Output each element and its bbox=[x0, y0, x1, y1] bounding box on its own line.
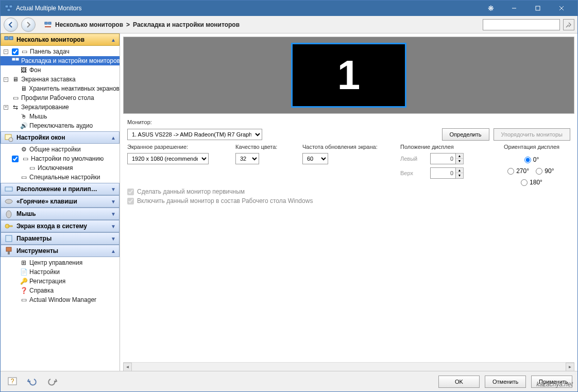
svg-rect-12 bbox=[16, 58, 19, 60]
audio-icon: 🔊 bbox=[20, 122, 27, 129]
breadcrumb-part1[interactable]: Несколько мониторов bbox=[55, 21, 123, 28]
chevron-down-icon: ▼ bbox=[111, 236, 116, 242]
window-settings-icon bbox=[4, 133, 13, 142]
monitor-preview[interactable]: 1 bbox=[123, 37, 574, 114]
svg-rect-10 bbox=[9, 37, 13, 40]
redo-button[interactable] bbox=[45, 374, 59, 389]
help-wizard-button[interactable]: ? bbox=[6, 374, 20, 389]
defaults-check[interactable] bbox=[12, 156, 19, 162]
scroll-right-button[interactable]: ► bbox=[566, 363, 574, 371]
sidebar-header-logon[interactable]: Экран входа в систему▼ bbox=[1, 220, 120, 232]
chevron-up-icon: ▲ bbox=[111, 37, 116, 43]
tools-icon bbox=[4, 246, 13, 255]
tree-item-awm[interactable]: ▭Actual Window Manager bbox=[1, 295, 120, 304]
sidebar-header-hotkeys[interactable]: «Горячие» клавиши▼ bbox=[1, 195, 120, 208]
titlebar: Actual Multiple Monitors ❋ bbox=[1, 1, 577, 16]
cc-icon: ⊞ bbox=[20, 259, 27, 266]
close-button[interactable] bbox=[550, 1, 573, 16]
svg-text:?: ? bbox=[11, 378, 14, 385]
apply-button[interactable]: Применить bbox=[531, 376, 572, 388]
tree-item-registration[interactable]: 🔑Регистрация bbox=[1, 277, 120, 286]
sidebar-header-tools[interactable]: Инструменты▲ bbox=[1, 245, 120, 257]
sidebar-header-window-settings[interactable]: Настройки окон ▲ bbox=[1, 131, 120, 144]
tree-item-mouse[interactable]: 🖱Мышь bbox=[1, 112, 120, 121]
taskbar-icon: ▭ bbox=[21, 48, 28, 55]
nav-forward-button[interactable] bbox=[21, 18, 36, 32]
scroll-left-button[interactable]: ◄ bbox=[123, 363, 132, 371]
tree-item-profiles[interactable]: ▭Профили Рабочего стола bbox=[1, 93, 120, 103]
arrange-button: Упорядочить мониторы bbox=[494, 128, 570, 141]
monitors-icon bbox=[4, 35, 13, 44]
orientation-label: Ориентация дисплея bbox=[504, 144, 559, 150]
orient-0[interactable]: 0° bbox=[524, 156, 539, 163]
resolution-select[interactable]: 1920 x 1080 (recommended) bbox=[127, 153, 209, 164]
sidebar-header-options[interactable]: Параметры▼ bbox=[1, 232, 120, 245]
hotkey-icon bbox=[4, 197, 13, 206]
svg-rect-15 bbox=[5, 187, 12, 191]
pos-top-spinner[interactable]: ▲▼ bbox=[430, 167, 464, 179]
tree-item-exclusions[interactable]: ▭Исключения bbox=[1, 163, 120, 173]
chk-primary: Сделать данный монитор первичным bbox=[127, 188, 570, 195]
sidebar-header-mouse[interactable]: Мышь▼ bbox=[1, 208, 120, 220]
tree-item-layout[interactable]: Раскладка и настройки мониторов bbox=[1, 56, 120, 65]
monitor-1[interactable]: 1 bbox=[291, 43, 406, 108]
minimize-button[interactable] bbox=[502, 1, 526, 16]
svg-rect-0 bbox=[5, 5, 8, 8]
chevron-down-icon: ▼ bbox=[111, 224, 116, 229]
star-icon[interactable]: ❋ bbox=[488, 4, 494, 12]
profiles-icon: ▭ bbox=[12, 94, 19, 101]
tree-item-general[interactable]: ⚙Общие настройки bbox=[1, 145, 120, 154]
sidebar-header-snap[interactable]: Расположение и прилип…▼ bbox=[1, 183, 120, 195]
pos-left-spinner[interactable]: ▲▼ bbox=[430, 153, 464, 164]
tree-item-audio[interactable]: 🔊Переключатель аудио bbox=[1, 121, 120, 130]
pos-left-label: Левый bbox=[400, 156, 426, 162]
monitor-number: 1 bbox=[337, 52, 361, 99]
content: 1 Монитор: 1. ASUS VS228 -> AMD Radeon(T… bbox=[120, 33, 577, 371]
maximize-button[interactable] bbox=[526, 1, 550, 16]
window-controls bbox=[502, 1, 573, 16]
orient-180[interactable]: 180° bbox=[521, 179, 542, 186]
taskbar-check[interactable] bbox=[12, 48, 19, 55]
refresh-select[interactable]: 60 bbox=[302, 153, 328, 164]
monitor-select[interactable]: 1. ASUS VS228 -> AMD Radeon(TM) R7 Graph… bbox=[127, 129, 262, 140]
svg-rect-19 bbox=[9, 226, 12, 227]
reg-icon: 🔑 bbox=[20, 278, 27, 285]
tree-item-settings[interactable]: 📄Настройки bbox=[1, 267, 120, 277]
tree-item-taskbar[interactable]: −▭Панель задач bbox=[1, 47, 120, 56]
breadcrumb: Несколько мониторов > Раскладка и настро… bbox=[39, 21, 480, 29]
tree-item-defaults[interactable]: ▭Настройки по умолчанию bbox=[1, 154, 120, 163]
svg-rect-9 bbox=[5, 37, 8, 40]
svg-rect-4 bbox=[536, 6, 540, 10]
chevron-down-icon: ▼ bbox=[111, 199, 116, 204]
key-icon bbox=[4, 221, 13, 231]
svg-point-17 bbox=[6, 211, 11, 218]
tree-item-background[interactable]: 🖼Фон bbox=[1, 65, 120, 75]
orient-90[interactable]: 90° bbox=[536, 167, 554, 175]
tree-item-screensaver[interactable]: −🖥Экранная заставка bbox=[1, 75, 120, 84]
position-label: Положение дисплея bbox=[400, 144, 493, 150]
undo-button[interactable] bbox=[25, 374, 40, 389]
cancel-button[interactable]: Отменить bbox=[485, 376, 526, 388]
sidebar-header-label: Несколько мониторов bbox=[16, 36, 84, 43]
horizontal-scrollbar[interactable]: ◄ ► bbox=[123, 362, 574, 371]
color-select[interactable]: 32 bbox=[235, 153, 259, 164]
svg-point-14 bbox=[9, 138, 13, 142]
tree-item-help[interactable]: ❓Справка bbox=[1, 286, 120, 295]
nav-back-button[interactable] bbox=[4, 18, 18, 32]
resolution-label: Экранное разрешение: bbox=[127, 144, 235, 150]
orient-270[interactable]: 270° bbox=[507, 167, 529, 175]
search-button[interactable] bbox=[563, 19, 574, 30]
chevron-down-icon: ▼ bbox=[111, 211, 116, 217]
search-input[interactable] bbox=[483, 19, 560, 30]
identify-button[interactable]: Определить bbox=[442, 128, 489, 141]
special-icon: ▭ bbox=[20, 174, 27, 181]
tree-item-special[interactable]: ▭Специальные настройки bbox=[1, 173, 120, 182]
tree-item-idle-saver[interactable]: 🖥Хранитель неактивных экранов bbox=[1, 84, 120, 93]
ok-button[interactable]: OK bbox=[438, 376, 480, 388]
sidebar-header-monitors[interactable]: Несколько мониторов ▲ bbox=[1, 33, 120, 46]
tree-item-control-center[interactable]: ⊞Центр управления bbox=[1, 258, 120, 267]
tree-item-mirroring[interactable]: +⇆Зеркалирование bbox=[1, 103, 120, 112]
mouse-icon: 🖱 bbox=[20, 113, 27, 120]
app-icon bbox=[5, 4, 13, 12]
help-icon: ❓ bbox=[20, 287, 27, 294]
